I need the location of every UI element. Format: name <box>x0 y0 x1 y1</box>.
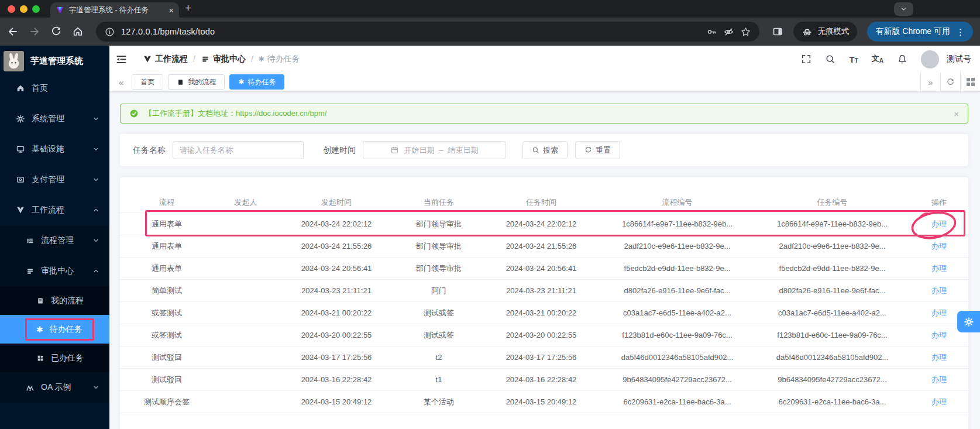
fullscreen-icon[interactable] <box>801 54 811 64</box>
cell-start-time: 2024-03-15 20:49:12 <box>278 397 395 406</box>
tag-todo-tasks[interactable]: ✱ 待办任务 <box>229 74 284 90</box>
cell-start-time: 2024-03-17 17:25:56 <box>278 353 395 362</box>
user-name[interactable]: 测试号 <box>947 54 971 64</box>
cell-task-time: 2024-03-24 21:55:26 <box>483 242 600 250</box>
sidebar-submenu-workflow: 流程管理 审批中心 我的流程 ✱ 待办任务 已 <box>0 225 109 403</box>
side-panel-icon[interactable] <box>772 26 783 37</box>
handle-task-link[interactable]: 办理 <box>910 219 968 229</box>
reload-button[interactable] <box>50 26 62 37</box>
cell-process: 通用表单 <box>120 241 214 252</box>
sidebar-item-done-tasks[interactable]: 已办任务 <box>0 344 109 372</box>
translate-icon[interactable]: 文A <box>872 54 883 64</box>
close-window-button[interactable] <box>8 5 15 13</box>
sidebar-item-todo-tasks[interactable]: ✱ 待办任务 <box>0 315 109 344</box>
table-row: 或签测试 2024-03-21 00:20:22 测试或签 2024-03-21… <box>120 302 968 324</box>
scroll-left-icon[interactable]: « <box>115 77 127 87</box>
handle-task-link[interactable]: 办理 <box>910 397 968 407</box>
scroll-right-icon[interactable]: » <box>920 73 940 91</box>
chevron-down-icon <box>92 384 99 391</box>
chrome-update-button[interactable]: 有新版 Chrome 可用 ⋮ <box>867 22 973 42</box>
bell-icon[interactable] <box>897 54 907 64</box>
reset-button[interactable]: 重置 <box>575 141 620 159</box>
cell-current-task: 阿门 <box>395 286 483 296</box>
breadcrumb-item-approval-center[interactable]: 审批中心 <box>201 54 246 64</box>
alert-link[interactable]: https://doc.iocoder.cn/bpm/ <box>236 109 326 118</box>
password-key-icon[interactable] <box>706 26 717 37</box>
handle-task-link[interactable]: 办理 <box>910 286 968 296</box>
new-tab-button[interactable]: + <box>185 2 191 15</box>
favicon-vue-icon <box>56 6 64 15</box>
search-icon[interactable] <box>825 54 835 64</box>
eye-off-icon[interactable] <box>723 26 734 37</box>
app-logo[interactable]: 芋道管理系统 <box>0 46 109 73</box>
tab-search-button[interactable] <box>894 2 913 16</box>
cell-process: 或签测试 <box>120 308 214 318</box>
start-date-placeholder: 开始日期 <box>404 145 434 156</box>
tab-close-icon[interactable]: × <box>169 6 174 15</box>
asterisk-icon: ✱ <box>238 78 244 85</box>
cell-task-time: 2024-03-17 17:25:56 <box>483 353 600 362</box>
date-range-input[interactable]: 开始日期 – 结束日期 <box>363 141 506 159</box>
app-navbar: 工作流程 / 审批中心 / ✱ 待办任务 TT <box>109 46 980 73</box>
sidebar-item-process-mgmt[interactable]: 流程管理 <box>0 225 109 256</box>
task-name-label: 任务名称 <box>133 145 166 156</box>
workflow-icon <box>143 54 152 64</box>
home-button[interactable] <box>72 26 84 37</box>
site-info-icon[interactable] <box>104 26 115 37</box>
tag-my-process[interactable]: 我的流程 <box>168 74 225 90</box>
maximize-window-button[interactable] <box>32 5 40 13</box>
tag-home[interactable]: 首页 <box>132 74 163 90</box>
breadcrumb-label: 待办任务 <box>267 54 300 64</box>
cell-process: 测试驳回 <box>120 352 214 363</box>
cell-process: 简单测试 <box>120 286 214 296</box>
chevron-down-icon <box>92 237 99 244</box>
cell-process-id: f5edcb2d-e9dd-11ee-b832-9e... <box>600 264 755 273</box>
theme-settings-button[interactable] <box>957 311 980 332</box>
font-size-icon[interactable]: TT <box>849 55 858 64</box>
handle-task-link[interactable]: 办理 <box>910 241 968 252</box>
browser-menu-icon[interactable]: ⋮ <box>956 28 965 36</box>
address-bar[interactable]: 127.0.0.1/bpm/task/todo <box>96 22 759 42</box>
breadcrumb: 工作流程 / 审批中心 / ✱ 待办任务 <box>143 54 300 64</box>
forward-button[interactable] <box>29 26 40 37</box>
cell-task-id: f5edcb2d-e9dd-11ee-b832-9e... <box>755 264 910 273</box>
sidebar-item-home[interactable]: 首页 <box>0 73 109 104</box>
minimize-window-button[interactable] <box>20 5 27 13</box>
cell-task-time: 2024-03-16 22:28:42 <box>483 375 600 384</box>
handle-task-link[interactable]: 办理 <box>910 263 968 274</box>
url-text[interactable]: 127.0.0.1/bpm/task/todo <box>121 27 700 36</box>
sidebar-item-system[interactable]: 系统管理 <box>0 104 109 134</box>
layout-grid-icon[interactable] <box>960 73 980 91</box>
refresh-page-icon[interactable] <box>940 73 960 91</box>
sidebar-item-infra[interactable]: 基础设施 <box>0 134 109 164</box>
sidebar-collapse-icon[interactable] <box>115 53 128 66</box>
cell-task-time: 2024-03-23 21:11:21 <box>483 286 600 295</box>
browser-tab[interactable]: 芋道管理系统 - 待办任务 × <box>50 2 179 18</box>
task-name-input[interactable]: 请输入任务名称 <box>173 141 304 159</box>
back-button[interactable] <box>7 26 19 37</box>
breadcrumb-item-workflow[interactable]: 工作流程 <box>143 54 188 64</box>
asterisk-icon: ✱ <box>259 56 264 63</box>
task-name-placeholder: 请输入任务名称 <box>180 145 233 156</box>
reset-button-label: 重置 <box>596 145 611 156</box>
search-button[interactable]: 搜索 <box>522 141 568 159</box>
sidebar-item-label: 首页 <box>32 83 48 94</box>
sidebar-item-payment[interactable]: 支付管理 <box>0 164 109 195</box>
handle-task-link[interactable]: 办理 <box>910 352 968 363</box>
alert-close-icon[interactable]: × <box>954 109 959 119</box>
cell-start-time: 2024-03-21 00:20:22 <box>278 308 395 317</box>
range-separator: – <box>439 146 443 155</box>
sidebar-item-my-process[interactable]: 我的流程 <box>0 286 109 315</box>
user-avatar[interactable] <box>921 50 939 68</box>
cell-current-task: 部门领导审批 <box>395 219 483 229</box>
incognito-icon <box>802 26 813 37</box>
cell-task-time: 2024-03-20 00:22:55 <box>483 331 600 339</box>
asterisk-icon: ✱ <box>36 325 43 334</box>
sidebar-item-oa-example[interactable]: OA 示例 <box>0 372 109 403</box>
sidebar-item-approval-center[interactable]: 审批中心 <box>0 256 109 286</box>
handle-task-link[interactable]: 办理 <box>910 375 968 385</box>
cell-task-time: 2024-03-24 20:56:41 <box>483 264 600 273</box>
bookmark-star-icon[interactable] <box>740 26 751 37</box>
sidebar: 芋道管理系统 首页 系统管理 基础设施 支付管理 <box>0 46 109 429</box>
sidebar-item-workflow[interactable]: 工作流程 <box>0 195 109 225</box>
